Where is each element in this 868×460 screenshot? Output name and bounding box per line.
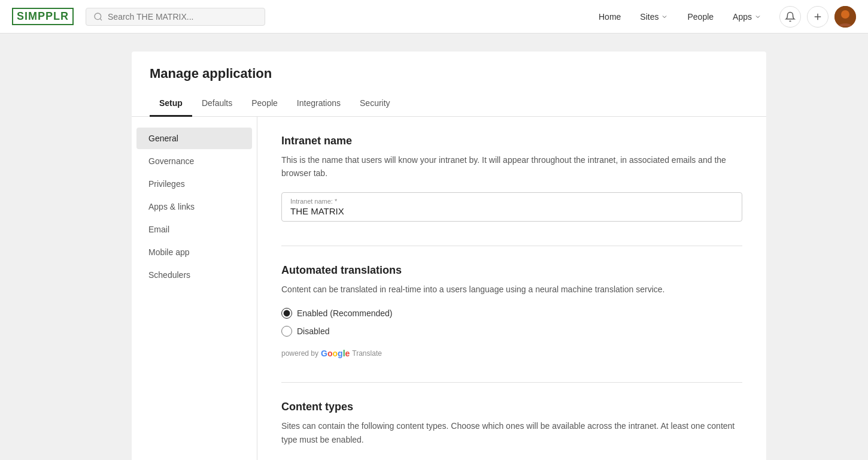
sidebar-item-email[interactable]: Email xyxy=(136,219,252,240)
main-nav: Home Sites People Apps xyxy=(590,8,770,25)
tabs-bar: Setup Defaults People Integrations Secur… xyxy=(132,91,766,117)
sidebar-item-governance[interactable]: Governance xyxy=(136,150,252,172)
page-header: Manage application xyxy=(132,52,766,81)
nav-sites[interactable]: Sites xyxy=(632,8,676,25)
settings-content: Intranet name This is the name that user… xyxy=(257,117,766,460)
content-types-section: Content types Sites can contain the foll… xyxy=(281,401,742,460)
notifications-button[interactable] xyxy=(779,6,801,28)
plus-icon xyxy=(812,11,823,22)
radio-disabled-label: Disabled xyxy=(297,326,329,336)
sidebar-item-privileges[interactable]: Privileges xyxy=(136,173,252,195)
translation-options: Enabled (Recommended) Disabled xyxy=(281,308,742,337)
nav-people[interactable]: People xyxy=(679,8,722,25)
intranet-name-input[interactable] xyxy=(290,206,733,216)
add-button[interactable] xyxy=(807,6,828,28)
chevron-down-icon xyxy=(754,13,761,20)
content-types-description1: Sites can contain the following content … xyxy=(281,419,742,446)
chevron-down-icon xyxy=(661,13,668,20)
sidebar-item-apps-links[interactable]: Apps & links xyxy=(136,196,252,217)
page-title: Manage application xyxy=(150,66,748,81)
user-avatar[interactable] xyxy=(834,6,856,28)
main-container: Manage application Setup Defaults People… xyxy=(0,34,868,460)
content-wrapper: Manage application Setup Defaults People… xyxy=(108,34,868,460)
nav-apps[interactable]: Apps xyxy=(724,8,770,25)
powered-by-google: powered by Google Translate xyxy=(281,349,742,358)
sidebar-item-schedulers[interactable]: Schedulers xyxy=(136,264,252,286)
nav-actions xyxy=(779,6,856,28)
google-logo: Google xyxy=(321,349,350,358)
automated-translations-description: Content can be translated in real-time i… xyxy=(281,283,742,296)
radio-label-disabled[interactable]: Disabled xyxy=(281,326,742,337)
tab-people[interactable]: People xyxy=(242,91,287,117)
left-rail xyxy=(0,34,108,460)
translate-label: Translate xyxy=(352,349,382,358)
section-divider-2 xyxy=(281,382,742,383)
radio-enabled-label: Enabled (Recommended) xyxy=(297,308,393,318)
intranet-name-label: Intranet name: * xyxy=(290,198,733,205)
automated-translations-title: Automated translations xyxy=(281,264,742,277)
radio-label-enabled[interactable]: Enabled (Recommended) xyxy=(281,308,742,319)
automated-translations-section: Automated translations Content can be tr… xyxy=(281,264,742,358)
bell-icon xyxy=(785,11,796,22)
app-logo[interactable]: SIMPPLR xyxy=(12,8,74,25)
svg-point-0 xyxy=(95,13,101,20)
tab-integrations[interactable]: Integrations xyxy=(287,91,350,117)
sidebar-item-general[interactable]: General xyxy=(136,128,252,149)
app-header: SIMPPLR Home Sites People Apps xyxy=(0,0,868,34)
svg-point-5 xyxy=(841,10,849,19)
intranet-name-title: Intranet name xyxy=(281,135,742,147)
content-types-title: Content types xyxy=(281,401,742,413)
sidebar-item-mobile-app[interactable]: Mobile app xyxy=(136,241,252,263)
tab-setup[interactable]: Setup xyxy=(150,91,192,117)
nav-home[interactable]: Home xyxy=(590,8,629,25)
search-icon xyxy=(93,12,103,22)
sidebar-nav: General Governance Privileges Apps & lin… xyxy=(132,117,257,460)
page-card: Manage application Setup Defaults People… xyxy=(132,52,766,460)
radio-enabled[interactable] xyxy=(281,308,292,319)
intranet-name-section: Intranet name This is the name that user… xyxy=(281,135,742,222)
logo-text: SIMPPLR xyxy=(12,8,74,25)
intranet-name-description: This is the name that users will know yo… xyxy=(281,153,742,180)
search-bar[interactable] xyxy=(86,8,265,26)
inner-layout: General Governance Privileges Apps & lin… xyxy=(132,117,766,460)
search-input[interactable] xyxy=(108,12,257,22)
tab-security[interactable]: Security xyxy=(350,91,400,117)
powered-by-label: powered by xyxy=(281,349,318,358)
section-divider-1 xyxy=(281,246,742,246)
radio-disabled[interactable] xyxy=(281,326,292,337)
tab-defaults[interactable]: Defaults xyxy=(192,91,242,117)
intranet-name-field-wrapper: Intranet name: * xyxy=(281,192,742,222)
svg-line-1 xyxy=(100,19,102,20)
